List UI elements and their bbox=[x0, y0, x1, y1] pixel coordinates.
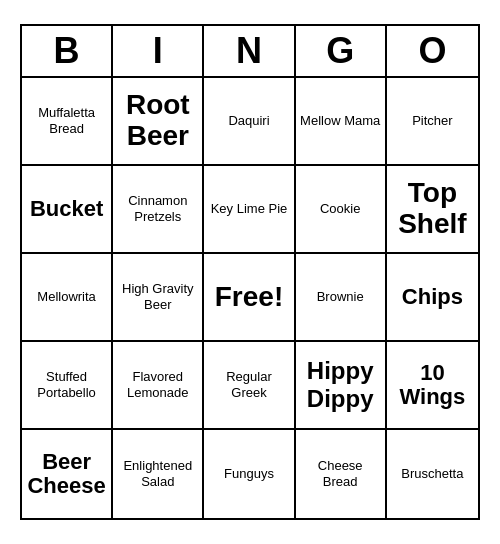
bingo-grid: Muffaletta BreadRoot BeerDaquiriMellow M… bbox=[22, 78, 478, 518]
bingo-cell: Muffaletta Bread bbox=[22, 78, 113, 166]
bingo-cell: Brownie bbox=[296, 254, 387, 342]
bingo-cell: Bruschetta bbox=[387, 430, 478, 518]
bingo-cell: Cinnamon Pretzels bbox=[113, 166, 204, 254]
bingo-cell: Stuffed Portabello bbox=[22, 342, 113, 430]
bingo-cell: Pitcher bbox=[387, 78, 478, 166]
bingo-card: BINGO Muffaletta BreadRoot BeerDaquiriMe… bbox=[20, 24, 480, 520]
bingo-cell: Enlightened Salad bbox=[113, 430, 204, 518]
bingo-cell: Cheese Bread bbox=[296, 430, 387, 518]
bingo-cell: Mellow Mama bbox=[296, 78, 387, 166]
bingo-cell: Key Lime Pie bbox=[204, 166, 295, 254]
header-letter: N bbox=[204, 26, 295, 76]
bingo-cell: Beer Cheese bbox=[22, 430, 113, 518]
header-letter: O bbox=[387, 26, 478, 76]
bingo-cell: Free! bbox=[204, 254, 295, 342]
bingo-cell: Regular Greek bbox=[204, 342, 295, 430]
bingo-cell: Bucket bbox=[22, 166, 113, 254]
bingo-header: BINGO bbox=[22, 26, 478, 78]
bingo-cell: Hippy Dippy bbox=[296, 342, 387, 430]
bingo-cell: Chips bbox=[387, 254, 478, 342]
bingo-cell: Flavored Lemonade bbox=[113, 342, 204, 430]
bingo-cell: High Gravity Beer bbox=[113, 254, 204, 342]
bingo-cell: Daquiri bbox=[204, 78, 295, 166]
bingo-cell: Top Shelf bbox=[387, 166, 478, 254]
header-letter: G bbox=[296, 26, 387, 76]
bingo-cell: Cookie bbox=[296, 166, 387, 254]
bingo-cell: Funguys bbox=[204, 430, 295, 518]
bingo-cell: Root Beer bbox=[113, 78, 204, 166]
bingo-cell: 10 Wings bbox=[387, 342, 478, 430]
bingo-cell: Mellowrita bbox=[22, 254, 113, 342]
header-letter: B bbox=[22, 26, 113, 76]
header-letter: I bbox=[113, 26, 204, 76]
